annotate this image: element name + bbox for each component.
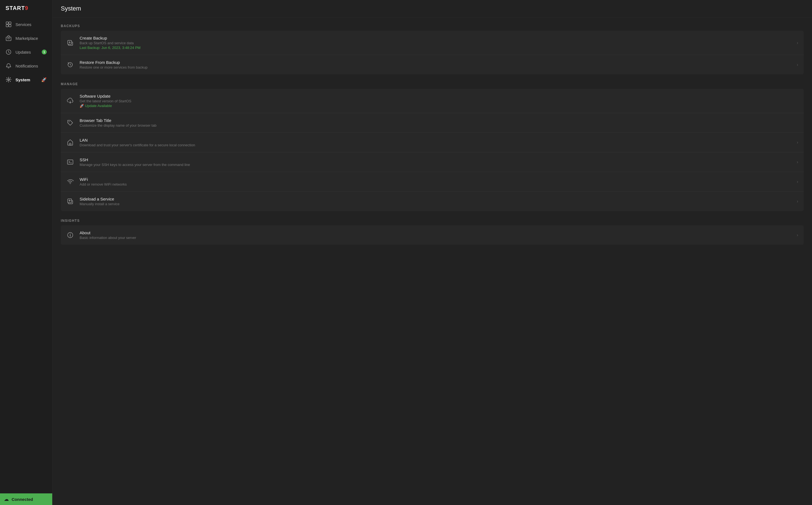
manage-list: Software Update Get the latest version o… bbox=[61, 89, 804, 211]
backups-list: Create Backup Back up StartOS and servic… bbox=[61, 31, 804, 74]
terminal-icon bbox=[66, 158, 74, 166]
sidebar-item-label: Marketplace bbox=[15, 36, 38, 41]
sidebar-item-services[interactable]: Services bbox=[0, 17, 52, 31]
create-backup-item[interactable]: Create Backup Back up StartOS and servic… bbox=[61, 31, 804, 55]
cloud-download-icon bbox=[66, 97, 74, 105]
lan-chevron: › bbox=[797, 140, 798, 145]
connected-footer[interactable]: ☁ Connected bbox=[0, 493, 52, 505]
sidebar-item-system[interactable]: System 🚀 bbox=[0, 73, 52, 87]
browser-tab-title-content: Browser Tab Title Customize the display … bbox=[79, 118, 798, 128]
page-title: System bbox=[61, 5, 804, 12]
restore-backup-title: Restore From Backup bbox=[79, 60, 791, 65]
ssh-item[interactable]: SSH Manage your SSH keys to access your … bbox=[61, 152, 804, 172]
about-chevron: › bbox=[797, 232, 798, 237]
manage-label: MANAGE bbox=[61, 82, 804, 86]
wifi-chevron: › bbox=[797, 179, 798, 184]
browser-tab-title-item[interactable]: Browser Tab Title Customize the display … bbox=[61, 113, 804, 133]
svg-point-7 bbox=[8, 79, 9, 80]
wifi-title: WiFi bbox=[79, 177, 791, 182]
svg-rect-1 bbox=[9, 22, 11, 24]
wifi-icon bbox=[66, 178, 74, 186]
lan-title: LAN bbox=[79, 138, 791, 142]
svg-point-9 bbox=[69, 122, 70, 122]
create-backup-content: Create Backup Back up StartOS and servic… bbox=[79, 36, 791, 50]
ssh-content: SSH Manage your SSH keys to access your … bbox=[79, 157, 791, 167]
wifi-content: WiFi Add or remove WiFi networks bbox=[79, 177, 791, 186]
about-item[interactable]: About Basic information about your serve… bbox=[61, 225, 804, 245]
ssh-chevron: › bbox=[797, 160, 798, 165]
restore-backup-content: Restore From Backup Restore one or more … bbox=[79, 60, 791, 69]
browser-tab-title-desc: Customize the display name of your brows… bbox=[79, 123, 798, 128]
ssh-desc: Manage your SSH keys to access your serv… bbox=[79, 163, 791, 167]
create-backup-desc: Back up StartOS and service data bbox=[79, 41, 791, 45]
insights-section: INSIGHTS About Basic information about y… bbox=[61, 219, 804, 245]
insights-list: About Basic information about your serve… bbox=[61, 225, 804, 245]
about-desc: Basic information about your server bbox=[79, 235, 791, 240]
ssh-title: SSH bbox=[79, 157, 791, 162]
updates-icon bbox=[6, 49, 12, 55]
cloud-icon: ☁ bbox=[4, 496, 9, 502]
create-backup-chevron: › bbox=[797, 40, 798, 45]
manage-section: MANAGE Software Update Get the latest ve… bbox=[61, 82, 804, 211]
svg-rect-2 bbox=[6, 25, 8, 27]
restore-icon bbox=[66, 61, 74, 68]
services-icon bbox=[6, 21, 12, 27]
notifications-icon bbox=[6, 63, 12, 69]
connection-status: Connected bbox=[12, 497, 33, 502]
sideload-item[interactable]: Sideload a Service Manually install a se… bbox=[61, 192, 804, 211]
lan-content: LAN Download and trust your server's cer… bbox=[79, 138, 791, 147]
restore-backup-chevron: › bbox=[797, 62, 798, 67]
logo: START9 bbox=[0, 0, 52, 17]
sidebar-nav: Services Marketplace Updates 1 bbox=[0, 17, 52, 493]
lan-desc: Download and trust your server's certifi… bbox=[79, 143, 791, 147]
svg-point-12 bbox=[70, 183, 70, 184]
updates-badge: 1 bbox=[42, 49, 47, 54]
sideload-content: Sideload a Service Manually install a se… bbox=[79, 197, 791, 206]
page-header: System bbox=[52, 0, 812, 17]
svg-rect-3 bbox=[9, 25, 11, 27]
svg-rect-10 bbox=[69, 143, 71, 145]
sidebar-item-marketplace[interactable]: Marketplace bbox=[0, 31, 52, 45]
about-title: About bbox=[79, 230, 791, 235]
sidebar-item-updates[interactable]: Updates 1 bbox=[0, 45, 52, 59]
svg-rect-11 bbox=[67, 160, 73, 164]
svg-rect-0 bbox=[6, 22, 8, 24]
svg-rect-5 bbox=[8, 38, 9, 39]
system-icon bbox=[6, 76, 12, 83]
rocket-icon: 🚀 bbox=[41, 77, 47, 82]
sidebar-item-label: Updates bbox=[15, 50, 31, 54]
svg-point-15 bbox=[70, 234, 70, 234]
backup-icon bbox=[66, 39, 74, 47]
wifi-desc: Add or remove WiFi networks bbox=[79, 182, 791, 186]
sideload-chevron: › bbox=[797, 199, 798, 204]
sideload-title: Sideload a Service bbox=[79, 197, 791, 201]
sidebar: START9 Services bbox=[0, 0, 52, 505]
create-backup-title: Create Backup bbox=[79, 36, 791, 40]
sideload-desc: Manually install a service bbox=[79, 202, 791, 206]
backups-label: BACKUPS bbox=[61, 24, 804, 28]
lan-item[interactable]: LAN Download and trust your server's cer… bbox=[61, 133, 804, 152]
sidebar-item-notifications[interactable]: Notifications bbox=[0, 59, 52, 73]
upload-icon bbox=[66, 197, 74, 205]
marketplace-icon bbox=[6, 35, 12, 41]
sidebar-item-label: Notifications bbox=[15, 63, 38, 68]
create-backup-sub: Last Backup: Jun 6, 2023, 3:48:24 PM bbox=[79, 46, 791, 50]
restore-backup-item[interactable]: Restore From Backup Restore one or more … bbox=[61, 55, 804, 74]
browser-tab-title-title: Browser Tab Title bbox=[79, 118, 798, 123]
software-update-item[interactable]: Software Update Get the latest version o… bbox=[61, 89, 804, 113]
backups-section: BACKUPS Create Backup Back up StartOS an… bbox=[61, 24, 804, 74]
home-icon bbox=[66, 139, 74, 146]
software-update-title: Software Update bbox=[79, 94, 798, 99]
sidebar-item-label: Services bbox=[15, 22, 31, 27]
insights-label: INSIGHTS bbox=[61, 219, 804, 223]
software-update-sub: 🚀 Update Available bbox=[79, 104, 798, 108]
about-content: About Basic information about your serve… bbox=[79, 230, 791, 240]
software-update-content: Software Update Get the latest version o… bbox=[79, 94, 798, 108]
software-update-desc: Get the latest version of StartOS bbox=[79, 99, 798, 103]
main-content: System BACKUPS Create Backup bbox=[52, 0, 812, 505]
logo-text: START9 bbox=[6, 5, 28, 11]
restore-backup-desc: Restore one or more services from backup bbox=[79, 65, 791, 69]
content-area: BACKUPS Create Backup Back up StartOS an… bbox=[52, 17, 812, 259]
tag-icon bbox=[66, 119, 74, 127]
wifi-item[interactable]: WiFi Add or remove WiFi networks › bbox=[61, 172, 804, 192]
